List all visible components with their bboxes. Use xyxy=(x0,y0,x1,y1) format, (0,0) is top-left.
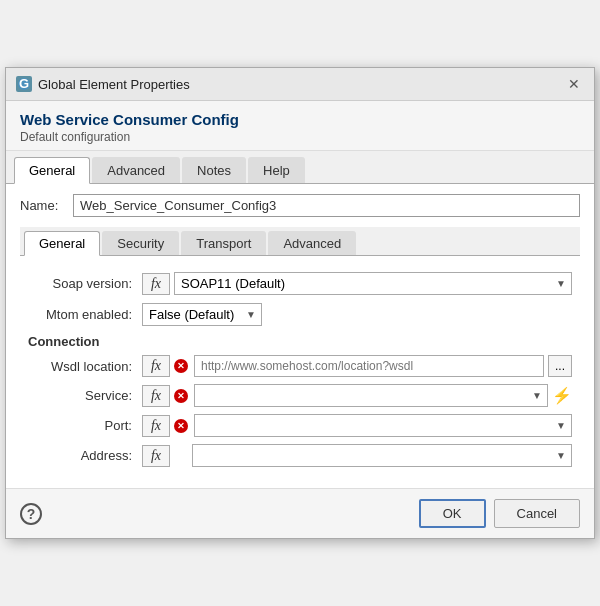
tab-general-outer[interactable]: General xyxy=(14,157,90,184)
wsdl-browse-button[interactable]: ... xyxy=(548,355,572,377)
port-fx-button[interactable]: fx xyxy=(142,415,170,437)
soap-version-fx-button[interactable]: fx xyxy=(142,273,170,295)
content-area: Name: General Security Transport Advance… xyxy=(6,184,594,488)
tab-help-outer[interactable]: Help xyxy=(248,157,305,183)
soap-version-row: Soap version: fx SOAP11 (Default) SOAP12… xyxy=(28,272,572,295)
service-select[interactable] xyxy=(194,384,548,407)
tab-advanced-outer[interactable]: Advanced xyxy=(92,157,180,183)
mtom-select-wrapper: False (Default) True ▼ xyxy=(142,303,262,326)
close-button[interactable]: ✕ xyxy=(564,74,584,94)
port-select[interactable] xyxy=(194,414,572,437)
dialog-header: Web Service Consumer Config Default conf… xyxy=(6,101,594,151)
soap-version-select-wrapper: SOAP11 (Default) SOAP12 ▼ xyxy=(174,272,572,295)
dialog-title: Web Service Consumer Config xyxy=(20,111,580,128)
port-row: Port: fx ✕ ▼ xyxy=(28,414,572,437)
connection-section-title: Connection xyxy=(28,334,572,349)
ok-button[interactable]: OK xyxy=(419,499,486,528)
wsdl-location-label: Wsdl location: xyxy=(28,359,138,374)
address-label: Address: xyxy=(28,448,138,463)
mtom-enabled-select[interactable]: False (Default) True xyxy=(142,303,262,326)
mtom-enabled-label: Mtom enabled: xyxy=(28,307,138,322)
dialog: G Global Element Properties ✕ Web Servic… xyxy=(5,67,595,539)
tab-transport-inner[interactable]: Transport xyxy=(181,231,266,255)
tab-general-inner[interactable]: General xyxy=(24,231,100,256)
mtom-enabled-row: Mtom enabled: False (Default) True ▼ xyxy=(28,303,572,326)
titlebar-left: G Global Element Properties xyxy=(16,76,190,92)
port-label: Port: xyxy=(28,418,138,433)
form-area: Soap version: fx SOAP11 (Default) SOAP12… xyxy=(20,268,580,478)
soap-version-label: Soap version: xyxy=(28,276,138,291)
service-label: Service: xyxy=(28,388,138,403)
wsdl-location-row: Wsdl location: fx ✕ ... xyxy=(28,355,572,377)
dialog-subtitle: Default configuration xyxy=(20,130,580,144)
address-select[interactable] xyxy=(192,444,572,467)
titlebar-title: Global Element Properties xyxy=(38,77,190,92)
address-row: Address: fx ▼ xyxy=(28,444,572,467)
soap-version-select[interactable]: SOAP11 (Default) SOAP12 xyxy=(174,272,572,295)
svg-text:G: G xyxy=(19,77,29,91)
outer-tabs: General Advanced Notes Help xyxy=(6,151,594,184)
service-refresh-icon[interactable]: ⚡ xyxy=(552,386,572,406)
address-fx-button[interactable]: fx xyxy=(142,445,170,467)
port-error-icon: ✕ xyxy=(174,419,188,433)
service-row: Service: fx ✕ ▼ ⚡ xyxy=(28,384,572,407)
wsdl-fx-button[interactable]: fx xyxy=(142,355,170,377)
name-row: Name: xyxy=(20,194,580,217)
dialog-footer: ? OK Cancel xyxy=(6,488,594,538)
name-input[interactable] xyxy=(73,194,580,217)
help-button[interactable]: ? xyxy=(20,503,42,525)
tab-advanced-inner[interactable]: Advanced xyxy=(268,231,356,255)
footer-buttons: OK Cancel xyxy=(419,499,580,528)
service-error-icon: ✕ xyxy=(174,389,188,403)
tab-notes-outer[interactable]: Notes xyxy=(182,157,246,183)
wsdl-error-icon: ✕ xyxy=(174,359,188,373)
service-fx-button[interactable]: fx xyxy=(142,385,170,407)
inner-tabs: General Security Transport Advanced xyxy=(20,227,580,256)
titlebar: G Global Element Properties ✕ xyxy=(6,68,594,101)
name-label: Name: xyxy=(20,198,65,213)
tab-security-inner[interactable]: Security xyxy=(102,231,179,255)
cancel-button[interactable]: Cancel xyxy=(494,499,580,528)
dialog-icon: G xyxy=(16,76,32,92)
wsdl-location-input[interactable] xyxy=(194,355,544,377)
